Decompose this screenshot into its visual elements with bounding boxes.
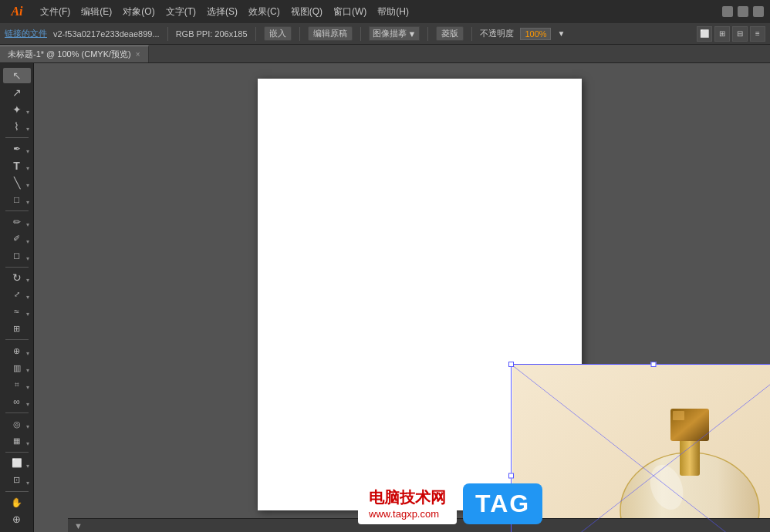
opacity-input[interactable] bbox=[520, 28, 551, 40]
tab-bar: 未标题-1* @ 100% (CMYK/预览) × bbox=[0, 45, 770, 63]
image-trace-dropdown[interactable]: 图像描摹 ▼ bbox=[369, 26, 420, 41]
gradient-tool[interactable]: ▥ ▾ bbox=[3, 360, 31, 375]
warp-icon: ≈ bbox=[14, 307, 19, 316]
symbol-sprayer-tool[interactable]: ◎ ▾ bbox=[3, 416, 31, 432]
menu-help[interactable]: 帮助(H) bbox=[373, 4, 414, 20]
column-graph-tool[interactable]: ▦ ▾ bbox=[3, 433, 31, 449]
watermark-site-name: 电脑技术网 bbox=[369, 487, 446, 508]
lasso-icon: ⌇ bbox=[14, 121, 19, 132]
linked-file-label[interactable]: 链接的文件 bbox=[5, 28, 47, 39]
direct-selection-icon: ↗ bbox=[12, 87, 22, 98]
tool-separator-1 bbox=[5, 137, 29, 138]
arrange-icon[interactable]: ⊟ bbox=[732, 26, 748, 42]
eyedropper-tool[interactable]: ⌗ ▾ bbox=[3, 377, 31, 392]
close-button[interactable] bbox=[753, 6, 764, 17]
hand-tool[interactable]: ✋ bbox=[3, 495, 31, 510]
menu-file[interactable]: 文件(F) bbox=[35, 4, 75, 20]
edit-original-button[interactable]: 编辑原稿 bbox=[308, 26, 353, 41]
line-icon: ╲ bbox=[14, 177, 20, 188]
zoom-icon: ⊕ bbox=[12, 514, 21, 524]
transform-icon[interactable]: ⊞ bbox=[714, 26, 730, 42]
tab-close-button[interactable]: × bbox=[136, 50, 140, 59]
canvas-area[interactable]: 电脑技术网 www.tagxp.com TAG ▼ bbox=[34, 63, 770, 532]
separator-4 bbox=[360, 27, 361, 41]
pencil-icon: ✐ bbox=[13, 234, 20, 243]
gradient-icon: ▥ bbox=[13, 364, 21, 372]
shape-builder-icon: ⊕ bbox=[13, 347, 20, 355]
properties-bar: 链接的文件 v2-f53a0217e233deae899... RGB PPI:… bbox=[0, 23, 770, 45]
paintbrush-tool[interactable]: ✏ ▾ bbox=[3, 214, 31, 230]
color-mode: RGB PPI: 206x185 bbox=[176, 29, 248, 39]
scale-icon: ⤢ bbox=[14, 291, 20, 298]
selection-tool[interactable]: ↖ bbox=[3, 68, 31, 83]
tool-arrow: ▾ bbox=[26, 109, 29, 116]
scale-tool[interactable]: ⤢ ▾ bbox=[3, 287, 31, 302]
symbol-sprayer-icon: ◎ bbox=[13, 420, 21, 429]
type-icon: T bbox=[13, 160, 20, 171]
tab-label: 未标题-1* @ 100% (CMYK/预览) bbox=[8, 49, 131, 60]
artboard-icon: ⬜ bbox=[12, 459, 22, 467]
paintbrush-icon: ✏ bbox=[13, 217, 21, 227]
tool-arrow: ▾ bbox=[26, 480, 29, 487]
direct-selection-tool[interactable]: ↗ bbox=[3, 85, 31, 100]
slice-tool[interactable]: ⊡ ▾ bbox=[3, 473, 31, 488]
menu-text[interactable]: 文字(T) bbox=[161, 4, 201, 20]
tool-arrow: ▾ bbox=[26, 221, 29, 228]
tool-separator-6 bbox=[5, 452, 29, 453]
minimize-button[interactable] bbox=[722, 6, 733, 17]
watermark-url: www.tagxp.com bbox=[369, 508, 446, 520]
left-toolbar: ↖ ↗ ✦ ▾ ⌇ ▾ ✒ ▾ T ▾ ╲ ▾ □ ▾ bbox=[0, 63, 34, 532]
tool-arrow: ▾ bbox=[26, 440, 29, 447]
blend-icon: ∞ bbox=[13, 397, 20, 406]
svg-rect-5 bbox=[673, 411, 684, 420]
document-tab[interactable]: 未标题-1* @ 100% (CMYK/预览) × bbox=[0, 45, 149, 62]
magic-wand-icon: ✦ bbox=[12, 104, 22, 115]
title-bar: Ai 文件(F) 编辑(E) 对象(O) 文字(T) 选择(S) 效果(C) 视… bbox=[0, 0, 770, 23]
more-icon[interactable]: ≡ bbox=[750, 26, 765, 42]
tool-separator-4 bbox=[5, 339, 29, 340]
eraser-tool[interactable]: ◻ ▾ bbox=[3, 248, 31, 264]
menu-effect[interactable]: 效果(C) bbox=[244, 4, 285, 20]
artboard-tool[interactable]: ⬜ ▾ bbox=[3, 456, 31, 471]
tool-separator-7 bbox=[5, 491, 29, 492]
tool-separator-2 bbox=[5, 210, 29, 211]
watermark-tag: TAG bbox=[463, 483, 542, 524]
line-tool[interactable]: ╲ ▾ bbox=[3, 175, 31, 190]
rotate-tool[interactable]: ↻ ▾ bbox=[3, 270, 31, 285]
tool-separator-3 bbox=[5, 267, 29, 268]
embed-button[interactable]: 嵌入 bbox=[264, 26, 292, 41]
warp-tool[interactable]: ≈ ▾ bbox=[3, 304, 31, 319]
menu-window[interactable]: 窗口(W) bbox=[329, 4, 371, 20]
svg-rect-3 bbox=[680, 437, 700, 476]
menu-view[interactable]: 视图(Q) bbox=[286, 4, 327, 20]
menu-select[interactable]: 选择(S) bbox=[202, 4, 242, 20]
blend-tool[interactable]: ∞ ▾ bbox=[3, 394, 31, 409]
watermark-container: 电脑技术网 www.tagxp.com TAG bbox=[358, 483, 770, 524]
tool-arrow: ▾ bbox=[26, 463, 29, 470]
align-icon[interactable]: ⬜ bbox=[697, 26, 712, 42]
separator-3 bbox=[299, 27, 300, 41]
tool-arrow: ▾ bbox=[26, 311, 29, 318]
tool-arrow: ▾ bbox=[26, 277, 29, 284]
type-tool[interactable]: T ▾ bbox=[3, 158, 31, 173]
maximize-button[interactable] bbox=[738, 6, 748, 17]
menu-object[interactable]: 对象(O) bbox=[118, 4, 159, 20]
free-transform-tool[interactable]: ⊞ bbox=[3, 321, 31, 336]
opacity-arrow[interactable]: ▼ bbox=[557, 29, 565, 38]
zoom-tool[interactable]: ⊕ bbox=[3, 512, 31, 527]
tag-text: TAG bbox=[475, 490, 530, 518]
free-transform-icon: ⊞ bbox=[13, 325, 20, 333]
rotate-icon: ↻ bbox=[12, 272, 22, 283]
magic-wand-tool[interactable]: ✦ ▾ bbox=[3, 102, 31, 117]
pen-tool[interactable]: ✒ ▾ bbox=[3, 141, 31, 157]
menu-edit[interactable]: 编辑(E) bbox=[76, 4, 117, 20]
shape-builder-tool[interactable]: ⊕ ▾ bbox=[3, 343, 31, 359]
tool-arrow: ▾ bbox=[26, 367, 29, 374]
separator-2 bbox=[255, 27, 256, 41]
tool-arrow: ▾ bbox=[26, 182, 29, 189]
pencil-tool[interactable]: ✐ ▾ bbox=[3, 231, 31, 247]
separator-6 bbox=[471, 27, 472, 41]
shape-tool[interactable]: □ ▾ bbox=[3, 192, 31, 207]
crumple-button[interactable]: 菱版 bbox=[436, 26, 464, 41]
lasso-tool[interactable]: ⌇ ▾ bbox=[3, 119, 31, 134]
